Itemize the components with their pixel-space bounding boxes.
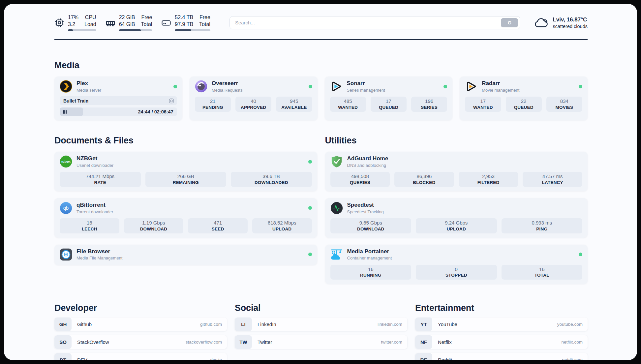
pause-icon[interactable] xyxy=(63,110,67,114)
status-dot xyxy=(308,253,312,256)
svg-text:qb: qb xyxy=(63,205,69,211)
link-domain: netflix.com xyxy=(561,340,583,345)
app-name: qBittorrent xyxy=(76,202,304,208)
link-name: LinkedIn xyxy=(258,321,276,327)
ram-free-value: 22 GiB xyxy=(119,14,135,21)
link-stackoverflow[interactable]: SO StackOverflow stackoverflow.com xyxy=(54,335,227,349)
stat-pending: 21 PENDING xyxy=(195,97,231,112)
stat-upload: 618.52 Mbps UPLOAD xyxy=(252,218,312,233)
stat-available: 945 AVAILABLE xyxy=(276,97,312,112)
app-subtitle: DNS and adblocking xyxy=(347,163,583,168)
search-input[interactable] xyxy=(235,20,501,25)
link-domain: youtube.com xyxy=(557,322,583,327)
now-playing-row: Bullet Train xyxy=(60,96,177,105)
app-card-sonarr[interactable]: Sonarr Series management 485 WANTED 17 Q… xyxy=(325,76,453,120)
filebrowser-icon xyxy=(60,248,72,261)
app-name: Radarr xyxy=(482,80,574,87)
link-domain: reddit.com xyxy=(562,357,583,360)
header-divider xyxy=(54,39,588,40)
app-subtitle: Series management xyxy=(347,88,440,93)
cpu-usage-value: 17% xyxy=(68,14,78,21)
cpu-icon xyxy=(54,18,64,28)
cpu-progress-bar xyxy=(68,29,96,31)
app-subtitle: Speedtest Tracking xyxy=(347,209,583,214)
link-linkedin[interactable]: LI LinkedIn linkedin.com xyxy=(235,318,407,331)
radarr-icon xyxy=(465,80,477,93)
link-github[interactable]: GH Github github.com xyxy=(54,318,227,331)
app-subtitle: Movie management xyxy=(482,88,574,93)
status-dot xyxy=(308,160,312,164)
section-entertainment: Entertainment YT YouTube youtube.com NF … xyxy=(415,303,588,360)
weather-condition: scattered clouds xyxy=(553,24,588,29)
ram-total-label: Total xyxy=(141,21,152,28)
app-card-nzbget[interactable]: nzbget NZBGet Usenet downloader 744.21 M… xyxy=(54,152,317,191)
link-name: DEV xyxy=(77,357,87,360)
plex-icon xyxy=(60,80,72,93)
stat-running: 16 RUNNING xyxy=(330,265,412,280)
link-name: YouTube xyxy=(438,321,457,327)
stat-download: 9.65 Gbps DOWNLOAD xyxy=(330,218,412,233)
stat-queued: 17 QUEUED xyxy=(371,97,407,112)
app-name: AdGuard Home xyxy=(347,155,583,162)
section-social: Social LI LinkedIn linkedin.com TW Twitt… xyxy=(235,303,407,349)
weather-widget: Lviv, 16.87°C scattered clouds xyxy=(534,16,588,29)
section-developer: Developer GH Github github.com SO StackO… xyxy=(54,303,227,360)
app-card-speedtest[interactable]: Speedtest Speedtest Tracking 9.65 Gbps D… xyxy=(325,198,588,238)
link-badge: TW xyxy=(235,335,252,349)
link-domain: github.com xyxy=(200,322,222,327)
app-name: Speedtest xyxy=(347,202,583,208)
app-subtitle: Media Requests xyxy=(212,88,304,93)
stat-wanted: 17 WANTED xyxy=(465,97,501,112)
stat-wanted: 485 WANTED xyxy=(330,97,366,112)
ram-total-value: 64 GiB xyxy=(119,21,135,28)
now-playing-title: Bullet Train xyxy=(63,98,169,104)
app-card-adguard[interactable]: AdGuard Home DNS and adblocking 498,508 … xyxy=(325,152,588,191)
app-subtitle: Usenet downloader xyxy=(76,163,304,168)
status-dot xyxy=(308,206,312,210)
search-engine-button[interactable]: G xyxy=(501,18,518,27)
link-netflix[interactable]: NF Netflix netflix.com xyxy=(415,335,588,349)
app-card-overseerr[interactable]: Overseerr Media Requests 21 PENDING 40 A… xyxy=(190,76,318,120)
app-card-filebrowser[interactable]: File Browser Media File Management xyxy=(54,245,317,265)
stat-download: 1.19 Gbps DOWNLOAD xyxy=(124,218,184,233)
stat-seed: 471 SEED xyxy=(188,218,248,233)
app-card-portainer[interactable]: Media Portainer Container management 16 … xyxy=(325,245,588,284)
cpu-load-label: Load xyxy=(84,21,96,28)
link-dev[interactable]: DT DEV dev.to xyxy=(54,353,227,360)
link-reddit[interactable]: RE Reddit reddit.com xyxy=(415,353,588,360)
stat-total: 16 TOTAL xyxy=(502,265,583,280)
disk-free-label: Free xyxy=(199,14,210,21)
disk-total-label: Total xyxy=(199,21,210,28)
weather-location-temp: Lviv, 16.87°C xyxy=(553,16,588,23)
ram-icon xyxy=(106,18,115,28)
app-card-qbittorrent[interactable]: qb qBittorrent Torrent downloader 16 LEE… xyxy=(54,198,317,238)
link-badge: SO xyxy=(54,335,72,349)
app-name: Overseerr xyxy=(212,80,304,87)
ram-metric: 22 GiB 64 GiB Free Total xyxy=(106,14,152,31)
link-twitter[interactable]: TW Twitter twitter.com xyxy=(235,335,407,349)
status-dot xyxy=(579,85,582,88)
overseerr-icon xyxy=(195,80,207,93)
app-name: Media Portainer xyxy=(347,248,575,255)
link-domain: linkedin.com xyxy=(378,322,402,327)
link-youtube[interactable]: YT YouTube youtube.com xyxy=(415,318,588,331)
link-name: Netflix xyxy=(438,339,452,345)
app-name: Plex xyxy=(76,80,169,87)
link-badge: DT xyxy=(54,353,72,360)
app-card-radarr[interactable]: Radarr Movie management 17 WANTED 22 QUE… xyxy=(460,76,588,120)
link-domain: stackoverflow.com xyxy=(186,340,222,345)
media-target-icon[interactable] xyxy=(169,98,174,104)
app-card-plex[interactable]: Plex Media server Bullet Train xyxy=(54,76,182,120)
section-media: Media Plex Media server xyxy=(54,60,588,120)
nzbget-icon: nzbget xyxy=(60,155,72,168)
cpu-metric: 17% 3.2 CPU Load xyxy=(54,14,96,31)
link-name: Github xyxy=(77,321,92,327)
stat-queries: 498,508 QUERIES xyxy=(330,172,390,187)
stat-rate: 744.21 Mbps RATE xyxy=(60,172,141,187)
stat-upload: 9.24 Gbps UPLOAD xyxy=(416,218,497,233)
stat-filtered: 2,953 FILTERED xyxy=(459,172,518,187)
disk-free-value: 52.4 TB xyxy=(175,14,193,21)
disk-total-value: 97.9 TB xyxy=(175,21,193,28)
stat-blocked: 86,396 BLOCKED xyxy=(394,172,454,187)
cpu-load-value: 3.2 xyxy=(68,21,78,28)
